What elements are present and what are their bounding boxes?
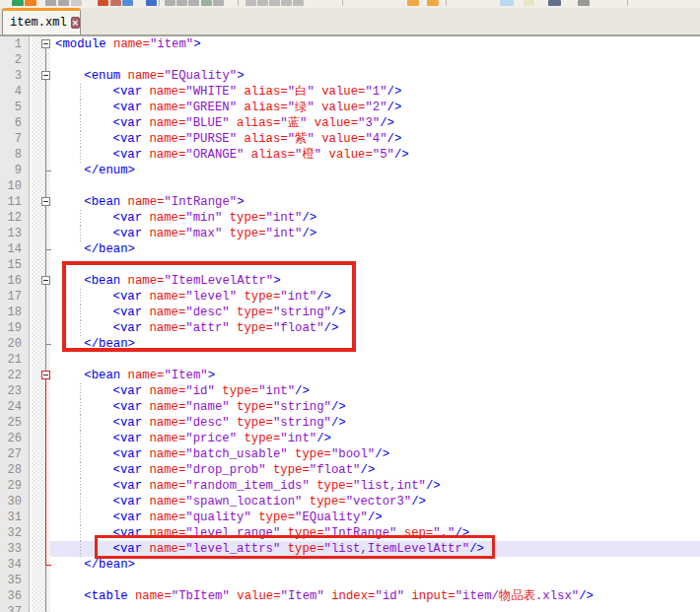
toolbar-separator	[627, 0, 628, 6]
toolbar-icon[interactable]	[500, 0, 514, 6]
code-text[interactable]	[50, 52, 700, 68]
toolbar-icon[interactable]	[269, 0, 280, 6]
toolbar-icon[interactable]	[201, 0, 212, 6]
syntax-attr: type=	[237, 321, 273, 335]
code-text[interactable]: <var name="level_range" type="IntRange" …	[50, 525, 700, 541]
code-editor[interactable]: 1<module name="item">23<enum name="EQual…	[0, 36, 700, 612]
toolbar-icon[interactable]	[176, 0, 187, 6]
toolbar-icon[interactable]	[578, 0, 590, 6]
code-text[interactable]	[50, 178, 700, 194]
toolbar-icon[interactable]	[293, 0, 304, 6]
syntax-val: "desc"	[185, 416, 229, 430]
toolbar-icon[interactable]	[58, 0, 69, 6]
toolbar-icon[interactable]	[188, 0, 199, 6]
code-text[interactable]: <enum name="EQuality">	[50, 68, 700, 84]
code-text[interactable]: <var name="BLUE" alias="蓝" value="3"/>	[50, 115, 700, 131]
toolbar-icon[interactable]	[245, 0, 256, 6]
code-line: 13<var name="max" type="int"/>	[0, 226, 700, 241]
toolbar-icon[interactable]	[122, 0, 133, 6]
syntax-val: "2"	[365, 101, 386, 114]
code-text[interactable]: <var name="random_item_ids" type="list,i…	[50, 478, 700, 494]
toolbar-icon[interactable]	[548, 0, 561, 6]
syntax-val: "level_attrs"	[185, 542, 280, 556]
fold-collapse-icon[interactable]	[41, 371, 50, 379]
toolbar-icon[interactable]	[45, 0, 56, 6]
code-text[interactable]: <var name="drop_prob" type="float"/>	[50, 462, 700, 478]
toolbar-icon[interactable]	[427, 0, 439, 6]
code-line: 26<var name="price" type="int"/>	[0, 431, 700, 446]
code-text[interactable]: </enum>	[50, 163, 700, 178]
code-text[interactable]: <var name="batch_usable" type="bool"/>	[50, 446, 700, 462]
syntax-attr: value=	[329, 148, 373, 162]
code-text[interactable]: <bean name="Item">	[50, 368, 700, 383]
syntax-plain	[222, 211, 229, 225]
code-text[interactable]: <bean name="IntRange">	[50, 194, 700, 210]
code-line: 11<bean name="IntRange">	[0, 194, 700, 210]
close-tab-icon[interactable]: ×	[71, 17, 81, 29]
fold-collapse-icon[interactable]	[41, 276, 50, 285]
fold-line-active	[45, 478, 46, 494]
code-text[interactable]: <var name="min" type="int"/>	[50, 210, 700, 226]
indent-guide	[80, 100, 81, 115]
toolbar-icon[interactable]	[524, 0, 534, 6]
tab-item-xml[interactable]: item.xml ×	[2, 8, 81, 34]
code-text[interactable]	[50, 257, 700, 273]
toolbar-icon[interactable]	[407, 0, 419, 6]
toolbar-icon[interactable]	[146, 0, 157, 6]
toolbar-icon[interactable]	[12, 0, 24, 6]
code-text[interactable]: <var name="GREEN" alias="绿" value="2"/>	[50, 100, 700, 115]
syntax-attr: name=	[149, 479, 185, 493]
code-text[interactable]	[50, 352, 700, 368]
toolbar-icon[interactable]	[257, 0, 268, 6]
code-text[interactable]: </bean>	[50, 241, 700, 257]
code-text[interactable]: <bean name="ItemLevelAttr">	[50, 273, 700, 289]
syntax-tag: </bean>	[84, 337, 135, 351]
toolbar-icon[interactable]	[110, 0, 121, 6]
code-text[interactable]: </bean>	[50, 557, 700, 573]
code-text[interactable]: <var name="PURSE" alias="紫" value="4"/>	[50, 131, 700, 147]
fold-line	[45, 115, 46, 131]
code-text[interactable]: <module name="item">	[50, 36, 700, 52]
code-text[interactable]: <var name="max" type="int"/>	[50, 226, 700, 241]
code-text[interactable]	[50, 573, 700, 588]
code-text[interactable]: <var name="attr" type="float"/>	[50, 320, 700, 336]
syntax-val: "	[307, 132, 314, 146]
code-text[interactable]: <var name="level" type="int"/>	[50, 289, 700, 305]
code-text[interactable]: <var name="desc" type="string"/>	[50, 415, 700, 431]
code-text[interactable]: <var name="desc" type="string"/>	[50, 305, 700, 320]
code-line: 36<table name="TbItem" value="Item" inde…	[0, 588, 700, 604]
code-text[interactable]: </bean>	[50, 336, 700, 352]
toolbar-icon[interactable]	[98, 0, 108, 6]
fold-margin	[32, 431, 50, 446]
toolbar-separator	[159, 0, 160, 6]
syntax-attr: type=	[295, 447, 331, 461]
code-text[interactable]: <var name="quality" type="EQuality"/>	[50, 510, 700, 525]
code-text[interactable]: <var name="name" type="string"/>	[50, 399, 700, 415]
code-text[interactable]: <var name="price" type="int"/>	[50, 431, 700, 446]
toolbar-icon[interactable]	[71, 0, 82, 6]
code-line: 19<var name="attr" type="float"/>	[0, 320, 700, 336]
syntax-attr: type=	[310, 495, 346, 509]
syntax-attr: type=	[222, 384, 258, 398]
code-text[interactable]: <var name="spawn_location" type="vector3…	[50, 494, 700, 510]
code-text[interactable]: <var name="ORANGE" alias="橙" value="5"/>	[50, 147, 700, 163]
fold-line-active	[45, 525, 46, 541]
code-text[interactable]: <var name="level_attrs" type="list,ItemL…	[50, 541, 700, 557]
syntax-cjk: 橙	[302, 148, 314, 162]
code-text[interactable]: <var name="id" type="int"/>	[50, 383, 700, 399]
toolbar-icon[interactable]	[165, 0, 175, 6]
toolbar-icon[interactable]	[25, 0, 36, 6]
fold-collapse-icon[interactable]	[41, 71, 50, 80]
syntax-tag: </bean>	[84, 558, 135, 572]
fold-collapse-icon[interactable]	[41, 197, 50, 206]
fold-collapse-icon[interactable]	[41, 39, 50, 48]
toolbar-separator	[446, 0, 447, 6]
toolbar-icon[interactable]	[213, 0, 224, 6]
fold-line	[45, 604, 46, 612]
syntax-tag: />	[324, 321, 339, 335]
fold-line	[45, 100, 46, 115]
code-text[interactable]: <var name="WHITE" alias="白" value="1"/>	[50, 84, 700, 100]
code-text[interactable]	[50, 604, 700, 612]
toolbar-icon[interactable]	[281, 0, 292, 6]
code-text[interactable]: <table name="TbItem" value="Item" index=…	[50, 588, 700, 604]
